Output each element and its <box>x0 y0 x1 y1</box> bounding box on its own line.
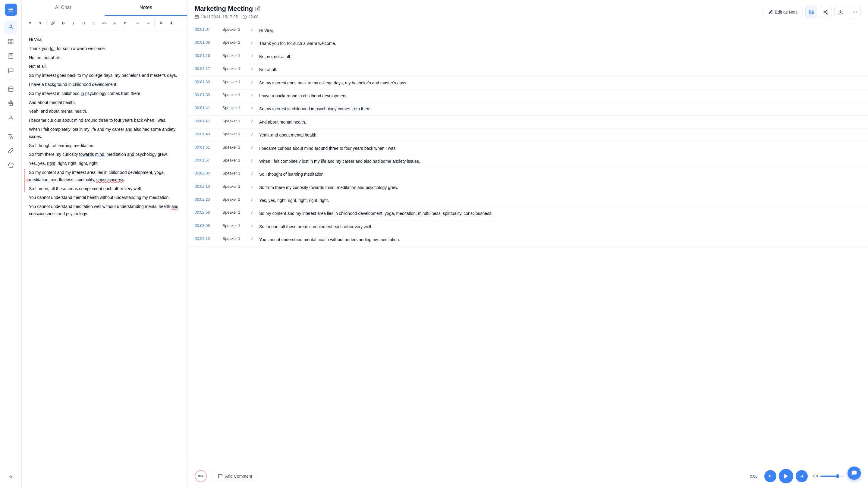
transcript-row: 00:01:47 Speaker 1 ∨ And about mental he… <box>187 116 868 129</box>
ts-time-10[interactable]: 00:01:51 <box>195 145 219 150</box>
ts-time-2[interactable]: 00:01:08 <box>195 40 219 44</box>
player-controls: 0:00 1x <box>750 469 861 483</box>
ts-time-1[interactable]: 00:01:07 <box>195 27 219 32</box>
rewind-icon <box>768 474 773 479</box>
ts-chevron-3[interactable]: ∨ <box>250 53 253 58</box>
ts-chevron-5[interactable]: ∨ <box>250 80 253 84</box>
ts-time-17[interactable]: 00:03:13 <box>195 236 219 241</box>
play-button[interactable] <box>779 469 793 483</box>
sidebar-item-gift[interactable] <box>4 97 18 110</box>
ts-speaker-6: Speaker 1 <box>222 93 247 97</box>
toolbar-copy[interactable]: ⧉ <box>156 19 165 27</box>
ts-time-12[interactable]: 00:02:04 <box>195 171 219 175</box>
notification-badge[interactable]: 99+ <box>195 470 207 482</box>
forward-button[interactable] <box>796 470 808 482</box>
ts-time-7[interactable]: 00:01:41 <box>195 105 219 110</box>
ts-chevron-2[interactable]: ∨ <box>250 40 253 45</box>
sidebar-item-grid[interactable] <box>4 35 18 48</box>
ts-text-2: Thank you for, for such a warm welcome. <box>259 40 861 47</box>
toolbar-italic[interactable]: I <box>69 19 78 27</box>
comment-icon <box>218 474 223 479</box>
ts-speaker-15: Speaker 1 <box>222 210 247 215</box>
toolbar-link[interactable] <box>49 19 58 27</box>
toolbar-sep-1 <box>46 20 47 26</box>
sidebar-item-chat[interactable] <box>4 64 18 77</box>
toolbar-strikethrough[interactable]: S <box>90 19 98 27</box>
ts-chevron-6[interactable]: ∨ <box>250 93 253 97</box>
editor-line-4: Not at all. <box>29 63 180 70</box>
sidebar-item-brush[interactable] <box>4 144 18 157</box>
ts-chevron-4[interactable]: ∨ <box>250 66 253 71</box>
ts-chevron-7[interactable]: ∨ <box>250 105 253 110</box>
add-comment-button[interactable]: Add Comment <box>212 471 258 481</box>
ts-chevron-15[interactable]: ∨ <box>250 210 253 215</box>
ts-speaker-8: Speaker 1 <box>222 119 247 123</box>
save-button[interactable] <box>805 6 817 18</box>
ts-text-8: And about mental health. <box>259 119 861 125</box>
edit-as-note-button[interactable]: Edit as Note <box>763 7 803 17</box>
download-button[interactable] <box>834 6 846 18</box>
ts-chevron-11[interactable]: ∨ <box>250 158 253 163</box>
more-options-button[interactable] <box>849 6 861 18</box>
ts-time-5[interactable]: 00:01:30 <box>195 80 219 84</box>
ts-chevron-8[interactable]: ∨ <box>250 119 253 124</box>
editor-area[interactable]: Hi Viraj. Thank you for, for such a warm… <box>22 30 187 487</box>
ts-chevron-13[interactable]: ∨ <box>250 184 253 189</box>
app-logo[interactable] <box>5 4 17 16</box>
transcript-row: 00:02:04 Speaker 1 ∨ So I thought of lea… <box>187 168 868 181</box>
ts-chevron-16[interactable]: ∨ <box>250 223 253 228</box>
ts-time-3[interactable]: 00:01:16 <box>195 53 219 58</box>
volume-fill <box>820 476 836 477</box>
ts-text-3: No, no, not at all. <box>259 53 861 60</box>
transcript-row: 00:02:10 Speaker 1 ∨ So from there my cu… <box>187 181 868 194</box>
toolbar-align-dropdown[interactable]: ▾ <box>36 19 44 27</box>
toolbar-underline[interactable]: U <box>79 19 88 27</box>
chat-bubble-button[interactable] <box>847 466 861 480</box>
toolbar-undo[interactable]: ↩ <box>133 19 142 27</box>
ts-chevron-17[interactable]: ∨ <box>250 236 253 241</box>
download-icon <box>838 9 843 15</box>
toolbar-bold[interactable]: B <box>59 19 68 27</box>
ts-chevron-1[interactable]: ∨ <box>250 27 253 32</box>
ts-time-16[interactable]: 00:03:08 <box>195 223 219 228</box>
ts-chevron-9[interactable]: ∨ <box>250 132 253 136</box>
meta-date: 13/11/2024, 15:17:05 <box>195 14 238 19</box>
toolbar-code[interactable]: <> <box>100 19 109 27</box>
ts-time-15[interactable]: 00:02:58 <box>195 210 219 215</box>
ts-time-8[interactable]: 00:01:47 <box>195 119 219 123</box>
ts-time-4[interactable]: 00:01:17 <box>195 66 219 71</box>
sidebar-item-person[interactable] <box>4 111 18 124</box>
ts-time-11[interactable]: 00:01:57 <box>195 158 219 162</box>
svg-point-29 <box>855 12 855 12</box>
share-button[interactable] <box>820 6 832 18</box>
toolbar-redo[interactable]: ↪ <box>144 19 153 27</box>
tab-notes[interactable]: Notes <box>104 0 187 16</box>
rewind-button[interactable] <box>764 470 776 482</box>
svg-marker-16 <box>8 163 13 168</box>
volume-slider[interactable] <box>820 476 844 477</box>
toolbar-download[interactable]: ⬇ <box>167 19 176 27</box>
toolbar-font-color[interactable]: A <box>110 19 119 27</box>
editor-line-13: So from there my curiosity towards mind,… <box>29 151 180 158</box>
pencil-icon <box>768 10 773 14</box>
sidebar-item-translate[interactable] <box>4 129 18 143</box>
ts-chevron-10[interactable]: ∨ <box>250 145 253 150</box>
editor-toolbar: ≡ ▾ B I U S <> A ▾ ↩ ↪ ⧉ ⬇ <box>22 16 187 30</box>
toolbar-align[interactable]: ≡ <box>25 19 34 27</box>
editor-line-7: So my interest in childhood in psycholog… <box>29 90 180 97</box>
editor-line-14: Yes, yes, right, right, right, right, ri… <box>29 160 180 167</box>
sidebar-item-document[interactable] <box>4 50 18 63</box>
ts-time-13[interactable]: 00:02:10 <box>195 184 219 189</box>
ts-chevron-14[interactable]: ∨ <box>250 197 253 202</box>
ts-time-6[interactable]: 00:01:38 <box>195 93 219 97</box>
sidebar-item-calendar[interactable] <box>4 82 18 95</box>
tab-ai-chat[interactable]: AI Chat <box>22 0 104 16</box>
ts-time-14[interactable]: 00:02:23 <box>195 197 219 202</box>
ts-time-9[interactable]: 00:01:49 <box>195 132 219 136</box>
toolbar-font-dropdown[interactable]: ▾ <box>120 19 129 27</box>
ts-chevron-12[interactable]: ∨ <box>250 171 253 176</box>
sidebar-item-users[interactable] <box>4 21 18 34</box>
sidebar-item-diamond[interactable] <box>4 158 18 172</box>
sidebar-collapse-btn[interactable] <box>4 470 18 483</box>
edit-icon[interactable] <box>255 6 261 11</box>
